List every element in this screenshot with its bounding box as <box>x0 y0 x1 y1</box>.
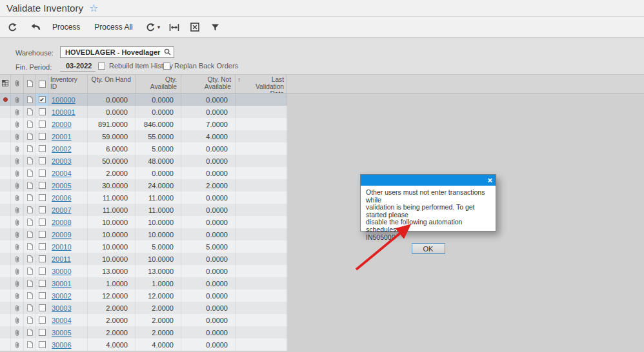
row-files-button[interactable] <box>11 265 24 277</box>
column-header-qty-available[interactable]: Qty. Available <box>136 75 181 93</box>
column-files-header[interactable] <box>11 75 24 93</box>
row-checkbox[interactable]: ✔ <box>39 96 46 103</box>
row-files-button[interactable] <box>11 277 24 289</box>
inventory-id-link[interactable]: 30004 <box>52 317 72 324</box>
inventory-id-link[interactable]: 20011 <box>52 255 71 263</box>
row-checkbox[interactable] <box>39 304 46 311</box>
row-note-button[interactable] <box>24 302 36 314</box>
filter-button[interactable] <box>211 19 219 35</box>
row-note-button[interactable] <box>24 338 36 351</box>
inventory-id-link[interactable]: 100000 <box>52 96 75 104</box>
row-files-button[interactable] <box>11 314 24 326</box>
row-checkbox[interactable] <box>39 194 46 201</box>
row-note-button[interactable] <box>24 240 36 253</box>
row-files-button[interactable] <box>11 155 24 167</box>
column-header-qty-on-hand[interactable]: Qty. On Hand <box>88 75 136 93</box>
row-checkbox[interactable] <box>39 243 46 250</box>
row-files-button[interactable] <box>11 216 24 228</box>
row-note-button[interactable] <box>24 253 36 265</box>
row-files-button[interactable] <box>11 240 24 253</box>
row-note-button[interactable] <box>24 191 36 204</box>
row-checkbox[interactable] <box>39 317 46 324</box>
row-checkbox[interactable] <box>39 182 46 189</box>
row-files-button[interactable] <box>11 106 24 118</box>
row-checkbox[interactable] <box>39 329 46 336</box>
row-checkbox[interactable] <box>39 206 46 213</box>
row-checkbox[interactable] <box>39 133 46 140</box>
row-files-button[interactable] <box>11 167 24 179</box>
row-note-button[interactable] <box>24 142 36 155</box>
inventory-id-link[interactable]: 30003 <box>52 304 72 312</box>
grid-settings-button[interactable] <box>0 75 11 93</box>
row-files-button[interactable] <box>11 204 24 216</box>
row-files-button[interactable] <box>11 289 24 302</box>
row-files-button[interactable] <box>11 338 24 351</box>
select-all-checkbox[interactable] <box>36 75 48 93</box>
row-files-button[interactable] <box>11 253 24 265</box>
inventory-id-link[interactable]: 30000 <box>52 268 72 275</box>
favorite-star-icon[interactable]: ☆ <box>89 3 98 14</box>
inventory-id-link[interactable]: 30005 <box>52 329 72 337</box>
inventory-id-link[interactable]: 20003 <box>52 157 72 165</box>
inventory-id-link[interactable]: 100001 <box>52 108 75 116</box>
row-note-button[interactable] <box>24 265 36 277</box>
row-files-button[interactable] <box>11 179 24 191</box>
row-note-button[interactable] <box>24 289 36 302</box>
inventory-id-link[interactable]: 20006 <box>52 194 72 202</box>
row-checkbox[interactable] <box>39 170 46 177</box>
row-files-button[interactable] <box>11 191 24 204</box>
row-checkbox[interactable] <box>39 231 46 238</box>
inventory-id-link[interactable]: 20001 <box>52 133 72 141</box>
inventory-id-link[interactable]: 20008 <box>52 219 72 226</box>
row-note-button[interactable] <box>24 106 36 118</box>
ok-button[interactable]: OK <box>412 243 445 254</box>
inventory-id-link[interactable]: 20005 <box>52 182 72 190</box>
row-note-button[interactable] <box>24 277 36 289</box>
row-note-button[interactable] <box>24 93 36 106</box>
fit-to-screen-button[interactable] <box>169 19 179 35</box>
row-note-button[interactable] <box>24 118 36 130</box>
refresh-button[interactable] <box>8 19 17 35</box>
rebuild-item-history-checkbox[interactable] <box>98 63 105 70</box>
row-checkbox[interactable] <box>39 280 46 287</box>
row-files-button[interactable] <box>11 93 24 106</box>
row-checkbox[interactable] <box>39 121 46 128</box>
inventory-id-link[interactable]: 30006 <box>52 341 72 349</box>
close-icon[interactable]: × <box>487 176 492 184</box>
row-checkbox[interactable] <box>39 268 46 275</box>
process-button[interactable]: Process <box>50 19 83 35</box>
row-note-button[interactable] <box>24 155 36 167</box>
row-checkbox[interactable] <box>39 145 46 152</box>
inventory-id-link[interactable]: 20002 <box>52 145 72 153</box>
row-checkbox[interactable] <box>39 157 46 164</box>
replan-back-orders-checkbox[interactable] <box>163 63 170 70</box>
row-note-button[interactable] <box>24 228 36 240</box>
row-files-button[interactable] <box>11 118 24 130</box>
row-files-button[interactable] <box>11 130 24 142</box>
column-header-inventory-id[interactable]: Inventory ID <box>48 75 88 93</box>
row-note-button[interactable] <box>24 130 36 142</box>
inventory-id-link[interactable]: 20007 <box>52 206 72 214</box>
inventory-id-link[interactable]: 20004 <box>52 170 72 177</box>
warehouse-input[interactable]: HOVEDLAGER - Hovedlager <box>60 46 174 58</box>
inventory-id-link[interactable]: 20010 <box>52 243 72 251</box>
row-checkbox[interactable] <box>39 341 46 348</box>
export-excel-button[interactable] <box>190 19 199 35</box>
inventory-id-link[interactable]: 30001 <box>52 280 72 288</box>
row-files-button[interactable] <box>11 302 24 314</box>
row-checkbox[interactable] <box>39 219 46 226</box>
row-note-button[interactable] <box>24 314 36 326</box>
inventory-id-link[interactable]: 30002 <box>52 292 72 300</box>
row-files-button[interactable] <box>11 326 24 338</box>
row-note-button[interactable] <box>24 204 36 216</box>
row-note-button[interactable] <box>24 179 36 191</box>
refresh-dropdown-button[interactable]: ▾ <box>146 19 161 35</box>
row-checkbox[interactable] <box>39 292 46 299</box>
row-note-button[interactable] <box>24 167 36 179</box>
column-header-qty-not-available[interactable]: Qty. Not Available <box>181 75 236 93</box>
row-files-button[interactable] <box>11 228 24 240</box>
process-all-button[interactable]: Process All <box>92 19 135 35</box>
inventory-id-link[interactable]: 20009 <box>52 231 72 239</box>
undo-button[interactable] <box>30 19 41 35</box>
row-files-button[interactable] <box>11 142 24 155</box>
